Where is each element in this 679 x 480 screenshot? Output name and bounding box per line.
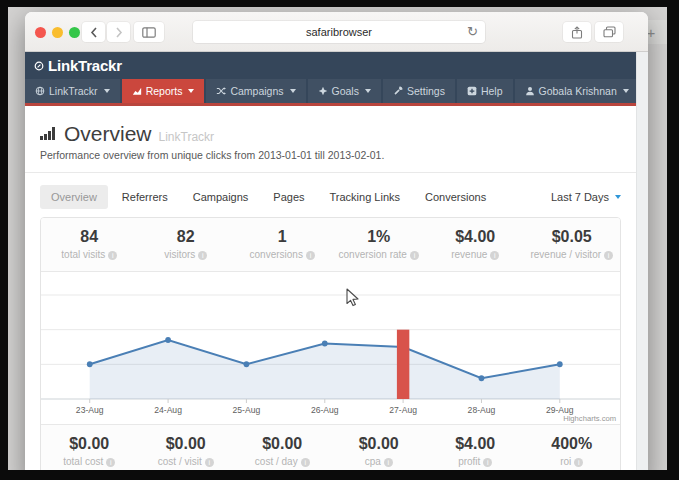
- page-content: Overview LinkTrackr Performance overview…: [25, 106, 636, 470]
- stat-label: revenue: [451, 249, 487, 260]
- tab-tracking-links[interactable]: Tracking Links: [319, 185, 412, 209]
- stat-value: 400%: [524, 435, 621, 453]
- info-icon[interactable]: i: [198, 251, 207, 260]
- menu-item-reports[interactable]: Reports: [122, 79, 205, 103]
- app-navbar: LinkTrackr LinkTrackr: [25, 52, 636, 106]
- info-icon[interactable]: i: [301, 458, 310, 467]
- page-title: Overview: [64, 122, 152, 146]
- chart-icon: [132, 86, 142, 96]
- menu-item-settings[interactable]: Settings: [383, 79, 455, 103]
- stat-label: conversion rate: [339, 249, 407, 260]
- linktrackr-logo-icon: [34, 61, 44, 71]
- stat-value: $0.00: [234, 435, 331, 453]
- stat-value: $4.00: [427, 228, 524, 246]
- menu-label: Settings: [407, 85, 445, 97]
- main-menu: LinkTrackr Reports: [25, 79, 636, 103]
- share-button[interactable]: [563, 22, 591, 42]
- brand-row: LinkTrackr: [25, 52, 636, 79]
- svg-text:25-Aug: 25-Aug: [233, 405, 261, 415]
- page-title-suffix: LinkTrackr: [159, 130, 215, 144]
- performance-chart[interactable]: 23-Aug24-Aug25-Aug26-Aug27-Aug28-Aug29-A…: [41, 278, 620, 424]
- stat-revenue-per-visitor: $0.05 revenue / visitori: [524, 228, 621, 260]
- menu-item-linktrackr[interactable]: LinkTrackr: [25, 79, 120, 103]
- stat-value: $0.00: [138, 435, 235, 453]
- info-icon[interactable]: i: [384, 458, 393, 467]
- menu-item-goals[interactable]: Goals: [308, 79, 381, 103]
- zoom-window-button[interactable]: [69, 27, 80, 38]
- sidebar-icon: [142, 27, 156, 38]
- menu-label: Help: [481, 85, 503, 97]
- close-window-button[interactable]: [35, 27, 46, 38]
- info-icon[interactable]: i: [410, 251, 419, 260]
- info-icon[interactable]: i: [604, 251, 613, 260]
- stat-cost-per-visit: $0.00 cost / visiti: [138, 435, 235, 467]
- info-icon[interactable]: i: [483, 458, 492, 467]
- info-icon[interactable]: i: [205, 458, 214, 467]
- date-range-selector[interactable]: Last 7 Days: [551, 191, 621, 203]
- stat-value: 1%: [331, 228, 428, 246]
- tab-referrers[interactable]: Referrers: [111, 185, 179, 209]
- page-scrollbar[interactable]: [636, 52, 648, 470]
- menu-item-help[interactable]: Help: [457, 79, 513, 103]
- address-bar[interactable]: safaribrowser ↻: [193, 21, 485, 43]
- stat-profit: $4.00 profiti: [427, 435, 524, 467]
- show-tabs-button[interactable]: [595, 22, 623, 42]
- menu-label: LinkTrackr: [49, 85, 98, 97]
- tab-conversions[interactable]: Conversions: [414, 185, 497, 209]
- browser-titlebar: safaribrowser ↻: [25, 12, 648, 52]
- sidebar-toggle-button[interactable]: [134, 22, 164, 42]
- stat-label: total cost: [63, 456, 103, 467]
- traffic-lights: [35, 27, 80, 38]
- mouse-cursor: [346, 288, 360, 307]
- goal-icon: [318, 86, 328, 96]
- info-icon[interactable]: i: [490, 251, 499, 260]
- info-icon[interactable]: i: [574, 458, 583, 467]
- menu-label: Reports: [146, 85, 183, 97]
- stat-conversions: 1 conversionsi: [234, 228, 331, 260]
- brand-name[interactable]: LinkTrackr: [48, 57, 122, 74]
- info-icon[interactable]: i: [108, 251, 117, 260]
- stat-value: $0.05: [524, 228, 621, 246]
- stat-conversion-rate: 1% conversion ratei: [331, 228, 428, 260]
- stat-label: conversions: [250, 249, 303, 260]
- stat-value: 84: [41, 228, 138, 246]
- user-icon: [525, 86, 535, 96]
- stat-label: cost / visit: [158, 456, 202, 467]
- back-button[interactable]: [82, 22, 105, 42]
- menu-item-campaigns[interactable]: Campaigns: [206, 79, 305, 103]
- stats-row-bottom: $0.00 total costi $0.00 cost / visiti $0…: [41, 425, 620, 470]
- caret-down-icon: [188, 89, 194, 93]
- caret-down-icon: [365, 89, 371, 93]
- caret-down-icon: [290, 89, 296, 93]
- menu-label: Goals: [332, 85, 359, 97]
- stat-revenue: $4.00 revenuei: [427, 228, 524, 260]
- minimize-window-button[interactable]: [52, 27, 63, 38]
- screenshot-frame: +: [0, 0, 679, 480]
- stat-label: total visits: [61, 249, 105, 260]
- svg-text:26-Aug: 26-Aug: [311, 405, 339, 415]
- caret-down-icon: [104, 89, 110, 93]
- stat-label: visitors: [164, 249, 195, 260]
- tab-overview[interactable]: Overview: [40, 185, 108, 209]
- caret-down-icon: [623, 89, 629, 93]
- stat-value: $4.00: [427, 435, 524, 453]
- info-icon[interactable]: i: [106, 458, 115, 467]
- tab-campaigns[interactable]: Campaigns: [182, 185, 260, 209]
- forward-button[interactable]: [107, 22, 130, 42]
- tab-pages[interactable]: Pages: [262, 185, 315, 209]
- header-divider: [25, 172, 636, 173]
- info-icon[interactable]: i: [306, 251, 315, 260]
- chevron-left-icon: [90, 27, 98, 38]
- stat-total-cost: $0.00 total costi: [41, 435, 138, 467]
- stat-value: $0.00: [331, 435, 428, 453]
- url-text: safaribrowser: [306, 26, 372, 38]
- browser-viewport: LinkTrackr LinkTrackr: [25, 52, 648, 470]
- stat-label: profit: [458, 456, 480, 467]
- user-menu[interactable]: Gobala Krishnan: [515, 79, 636, 103]
- refresh-icon[interactable]: ↻: [467, 24, 478, 40]
- stat-roi: 400% roii: [524, 435, 621, 467]
- date-range-label: Last 7 Days: [551, 191, 609, 203]
- stats-panel: 84 total visitsi 82 visitorsi 1 conversi…: [40, 217, 621, 470]
- stat-cpa: $0.00 cpai: [331, 435, 428, 467]
- tabs-overview-icon: [603, 26, 616, 38]
